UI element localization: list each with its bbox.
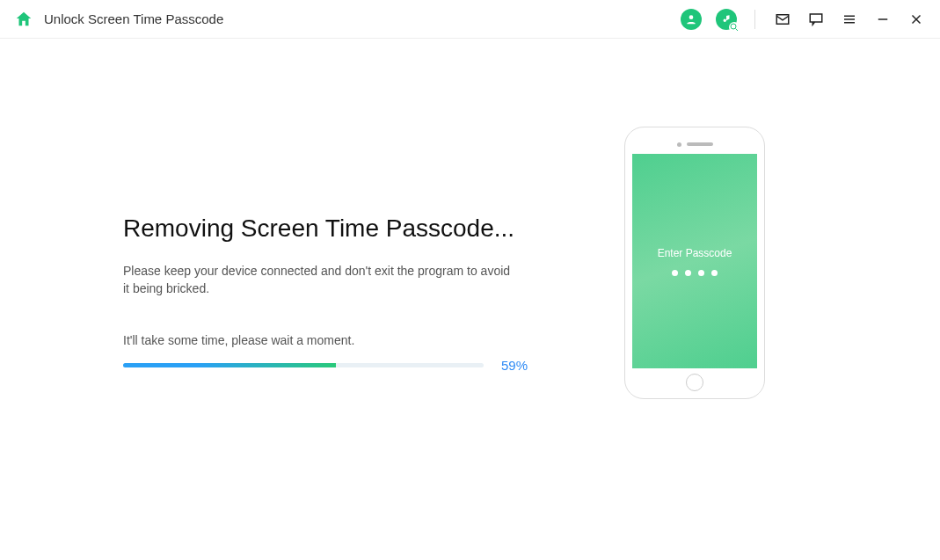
menu-icon[interactable] [840, 10, 859, 29]
header: Unlock Screen Time Passcode [0, 0, 940, 39]
speaker-icon [687, 142, 713, 146]
passcode-dot-icon [698, 270, 704, 276]
wait-text: It'll take some time, please wait a mome… [123, 333, 528, 347]
passcode-dot-icon [711, 270, 718, 276]
feedback-icon[interactable] [806, 10, 826, 29]
svg-point-0 [689, 15, 694, 19]
mail-icon[interactable] [773, 10, 792, 29]
svg-point-1 [731, 24, 736, 29]
phone-screen: Enter Passcode [632, 154, 757, 368]
main-heading: Removing Screen Time Passcode... [123, 215, 528, 243]
warning-text: Please keep your device connected and do… [123, 262, 519, 298]
passcode-dots [672, 270, 718, 276]
separator [754, 10, 755, 29]
progress-bar [123, 363, 484, 367]
minimize-icon[interactable] [873, 10, 893, 29]
device-illustration: Enter Passcode [624, 127, 765, 399]
progress-percent-label: 59% [501, 358, 528, 373]
progress-panel: Removing Screen Time Passcode... Please … [123, 127, 528, 373]
progress-fill [123, 363, 336, 367]
header-right [681, 9, 926, 30]
phone-screen-text: Enter Passcode [658, 247, 732, 259]
home-button-icon [686, 374, 703, 391]
phone-top [632, 135, 757, 154]
account-icon[interactable] [681, 9, 702, 30]
close-icon[interactable] [907, 10, 926, 29]
header-left: Unlock Screen Time Passcode [14, 10, 223, 29]
home-icon[interactable] [14, 10, 33, 29]
phone-frame: Enter Passcode [624, 127, 765, 399]
music-search-icon[interactable] [716, 9, 737, 30]
progress-row: 59% [123, 358, 528, 373]
main-content: Removing Screen Time Passcode... Please … [0, 39, 940, 399]
svg-line-2 [736, 28, 739, 31]
passcode-dot-icon [685, 270, 691, 276]
svg-rect-4 [810, 14, 822, 22]
passcode-dot-icon [672, 270, 678, 276]
camera-dot-icon [677, 142, 681, 147]
page-title: Unlock Screen Time Passcode [44, 11, 223, 26]
